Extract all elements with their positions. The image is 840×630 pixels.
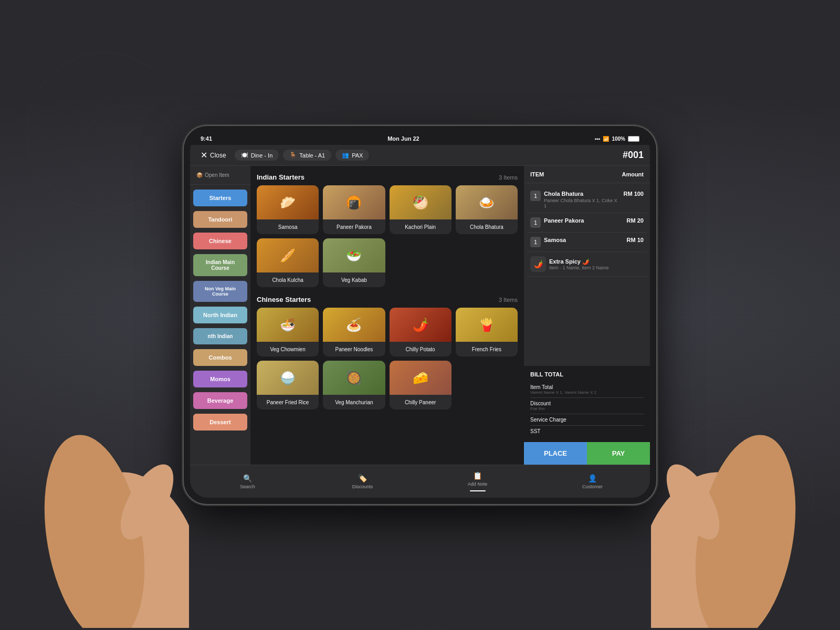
item-name-3: Samosa — [544, 237, 624, 243]
status-date: Mon Jun 22 — [387, 135, 419, 142]
order-item-paneer-pakora[interactable]: 1 Paneer Pakora RM 20 — [527, 213, 647, 233]
table-icon: 🪑 — [289, 152, 297, 159]
sidebar-item-beverage[interactable]: Beverage — [193, 392, 247, 409]
chinese-starters-grid: 🍜 Veg Chowmien 🍝 Paneer Noodles 🌶️ Chill… — [257, 308, 518, 410]
chola-kulcha-image: 🥖 — [257, 238, 319, 272]
menu-item-kachori[interactable]: 🥙 Kachori Plain — [390, 185, 452, 234]
tablet-screen: 9:41 Mon Jun 22 ▪▪▪ 📶 100% ✕ Close 🍽️ Di… — [190, 132, 650, 498]
sidebar-item-north-indian2[interactable]: nth Indian — [193, 328, 247, 344]
bottom-nav-search[interactable]: 🔍 Search — [190, 472, 305, 491]
pay-button[interactable]: PAY — [587, 442, 650, 465]
item-header-label: ITEM — [530, 171, 544, 177]
search-label: Search — [240, 484, 255, 489]
paneer-fried-rice-label: Paneer Fried Rice — [257, 395, 319, 410]
veg-chowmien-label: Veg Chowmien — [257, 342, 319, 356]
menu-item-chilly-paneer[interactable]: 🧀 Chilly Paneer — [390, 361, 452, 410]
menu-item-chola-kulcha[interactable]: 🥖 Chola Kulcha — [257, 238, 319, 287]
signal-icon: ▪▪▪ — [595, 136, 601, 142]
discount-sub: Flat Rm — [530, 406, 551, 411]
close-icon: ✕ — [201, 150, 207, 160]
menu-item-veg-manchurian[interactable]: 🥘 Veg Manchurian — [323, 361, 385, 410]
service-charge-label: Service Charge — [530, 417, 566, 423]
pax-button[interactable]: 👥 PAX — [335, 150, 369, 161]
bottom-nav-discounts[interactable]: 🏷️ Discounts — [305, 472, 420, 491]
order-panel-header: ITEM Amount — [524, 166, 650, 183]
item-qty-1: 1 — [530, 191, 541, 201]
menu-area: Indian Starters 3 Items 🥟 Samosa 🍘 Panee… — [250, 166, 524, 465]
menu-item-chola-bhatura[interactable]: 🍛 Chola Bhatura — [456, 185, 518, 234]
menu-item-veg-kabab[interactable]: 🥗 Veg Kabab — [323, 238, 385, 287]
bottom-nav-add-note[interactable]: 📋 Add Note — [420, 469, 535, 494]
extra-spicy-row[interactable]: 🌶️ Extra Spicy 🌶️ Item - 1 Name, Item 2 … — [527, 252, 647, 277]
sidebar-item-momos[interactable]: Momos — [193, 371, 247, 387]
menu-item-veg-chowmien[interactable]: 🍜 Veg Chowmien — [257, 308, 319, 356]
discounts-label: Discounts — [352, 484, 373, 489]
status-icons: ▪▪▪ 📶 100% — [595, 136, 639, 142]
french-fries-label: French Fries — [456, 342, 518, 356]
chilly-potato-image: 🌶️ — [390, 308, 452, 342]
add-note-underline — [470, 490, 486, 491]
paneer-noodles-image: 🍝 — [323, 308, 385, 342]
search-icon: 🔍 — [243, 474, 252, 482]
menu-item-paneer-noodles[interactable]: 🍝 Paneer Noodles — [323, 308, 385, 356]
dine-in-button[interactable]: 🍽️ Dine - In — [235, 150, 279, 161]
samosa-label: Samosa — [257, 219, 319, 234]
chola-bhatura-image: 🍛 — [456, 185, 518, 219]
sidebar-item-dessert[interactable]: Dessert — [193, 414, 247, 430]
item-total-info: Item Total Varent Name X 1, Varent Name … — [530, 384, 596, 395]
category-list: Starters Tandoori Chinese Indian Main Co… — [190, 185, 250, 435]
close-button[interactable]: ✕ Close — [196, 148, 230, 162]
item-sub-1: Paneer Chola Bhatura X 1, Coke X 1 — [544, 198, 620, 208]
discount-label: Discount — [530, 401, 551, 406]
pax-icon: 👥 — [342, 152, 349, 159]
pax-label: PAX — [352, 152, 363, 159]
open-item-button[interactable]: 📦 Open Item — [194, 170, 246, 180]
veg-kabab-label: Veg Kabab — [323, 272, 385, 287]
menu-item-french-fries[interactable]: 🍟 French Fries — [456, 308, 518, 356]
bottom-nav-customer[interactable]: 👤 Customer — [535, 472, 650, 491]
sidebar-item-non-veg-main[interactable]: Non Veg Main Course — [193, 281, 247, 302]
open-item-icon: 📦 — [196, 172, 203, 178]
chola-kulcha-label: Chola Kulcha — [257, 272, 319, 287]
spicy-icon: 🌶️ — [530, 256, 546, 272]
menu-item-chilly-potato[interactable]: 🌶️ Chilly Potato — [390, 308, 452, 356]
bill-total-title: BILL TOTAL — [530, 371, 644, 377]
sst-label: SST — [530, 428, 540, 434]
dine-in-label: Dine - In — [251, 152, 273, 159]
sidebar-item-north-indian[interactable]: North Indian — [193, 307, 247, 323]
item-price-1: RM 100 — [623, 191, 644, 197]
sidebar-item-combos[interactable]: Combos — [193, 349, 247, 366]
category-sidebar: 📦 Open Item Starters Tandoori Chinese In… — [190, 166, 250, 465]
paneer-pakora-label: Paneer Pakora — [323, 219, 385, 234]
bill-row-sst: SST — [530, 426, 644, 437]
bill-row-discount: Discount Flat Rm — [530, 398, 644, 414]
table-label: Table - A1 — [299, 152, 325, 159]
customer-icon: 👤 — [588, 474, 597, 482]
chilly-paneer-label: Chilly Paneer — [390, 395, 452, 410]
table-button[interactable]: 🪑 Table - A1 — [283, 150, 331, 161]
status-time: 9:41 — [201, 135, 212, 142]
item-name-1: Chola Bhatura — [544, 191, 620, 197]
sidebar-item-starters[interactable]: Starters — [193, 190, 247, 206]
paneer-noodles-label: Paneer Noodles — [323, 342, 385, 356]
indian-starters-grid: 🥟 Samosa 🍘 Paneer Pakora 🥙 Kachori Plain… — [257, 185, 518, 287]
chinese-starters-title: Chinese Starters — [257, 296, 311, 303]
status-bar: 9:41 Mon Jun 22 ▪▪▪ 📶 100% — [190, 132, 650, 145]
sidebar-item-chinese[interactable]: Chinese — [193, 233, 247, 249]
add-note-label: Add Note — [468, 481, 488, 487]
order-item-samosa[interactable]: 1 Samosa RM 10 — [527, 233, 647, 252]
indian-starters-title: Indian Starters — [257, 173, 304, 181]
sidebar-item-tandoori[interactable]: Tandoori — [193, 211, 247, 228]
place-order-button[interactable]: PLACE — [524, 442, 587, 465]
menu-item-paneer-fried-rice[interactable]: 🍚 Paneer Fried Rice — [257, 361, 319, 410]
item-name-2: Paneer Pakora — [544, 217, 624, 224]
battery-icon: 100% — [612, 136, 625, 142]
kachori-label: Kachori Plain — [390, 219, 452, 234]
menu-item-samosa[interactable]: 🥟 Samosa — [257, 185, 319, 234]
discount-info: Discount Flat Rm — [530, 401, 551, 411]
sidebar-top: 📦 Open Item — [190, 166, 250, 185]
menu-item-paneer-pakora[interactable]: 🍘 Paneer Pakora — [323, 185, 385, 234]
order-item-chola-bhatura[interactable]: 1 Chola Bhatura Paneer Chola Bhatura X 1… — [527, 186, 647, 213]
spicy-info: Extra Spicy 🌶️ Item - 1 Name, Item 2 Nam… — [549, 258, 644, 270]
sidebar-item-indian-main[interactable]: Indian Main Course — [193, 254, 247, 276]
